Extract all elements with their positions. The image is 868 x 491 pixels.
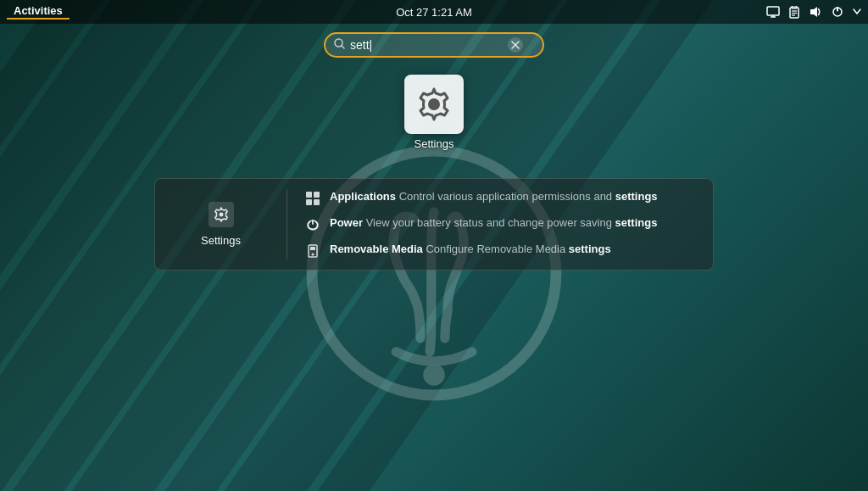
svg-rect-21 <box>314 192 320 198</box>
results-left-label: Settings <box>201 234 241 247</box>
svg-line-14 <box>342 46 344 48</box>
topbar-right <box>766 6 861 19</box>
result-text-power: Power View your battery status and chang… <box>330 215 657 231</box>
removable-media-icon <box>304 243 321 259</box>
datetime-display: Oct 27 1:21 AM <box>396 6 472 19</box>
search-container <box>324 32 544 58</box>
results-panel: Settings Applications Control various ap… <box>154 178 714 271</box>
search-clear-button[interactable] <box>508 37 523 53</box>
search-icon <box>334 38 345 52</box>
topbar: Activities Oct 27 1:21 AM <box>0 0 868 24</box>
result-item-removable-media[interactable]: Removable Media Configure Removable Medi… <box>304 242 699 259</box>
volume-icon[interactable] <box>809 6 822 18</box>
results-settings-icon <box>209 202 234 227</box>
chevron-down-icon[interactable] <box>853 8 861 15</box>
power-menu-icon[interactable] <box>831 6 844 18</box>
result-item-applications[interactable]: Applications Control various application… <box>304 189 699 207</box>
search-input[interactable] <box>350 38 503 52</box>
topbar-left: Activities <box>7 4 70 20</box>
svg-rect-22 <box>306 199 312 205</box>
topbar-clock: Oct 27 1:21 AM <box>396 6 472 19</box>
svg-point-28 <box>312 254 314 256</box>
result-text-applications: Applications Control various application… <box>330 189 658 204</box>
clipboard-icon[interactable] <box>788 6 800 19</box>
app-icon-result: Settings <box>404 75 464 150</box>
svg-point-1 <box>423 364 445 386</box>
settings-app-icon[interactable] <box>404 75 464 134</box>
results-right-section: Applications Control various application… <box>287 189 699 259</box>
svg-rect-2 <box>767 7 779 15</box>
results-left-section[interactable]: Settings <box>169 189 287 259</box>
svg-rect-20 <box>306 192 312 198</box>
result-item-power[interactable]: Power View your battery status and chang… <box>304 215 699 233</box>
search-box <box>324 32 544 58</box>
result-text-removable-media: Removable Media Configure Removable Medi… <box>330 242 611 257</box>
svg-rect-27 <box>310 247 315 250</box>
app-icon-label: Settings <box>415 137 454 150</box>
svg-rect-23 <box>314 199 320 205</box>
power-icon <box>304 216 321 233</box>
activities-button[interactable]: Activities <box>7 4 70 20</box>
screen-icon[interactable] <box>766 6 780 18</box>
svg-point-19 <box>219 213 223 217</box>
svg-marker-10 <box>810 7 817 17</box>
applications-icon <box>304 190 321 207</box>
